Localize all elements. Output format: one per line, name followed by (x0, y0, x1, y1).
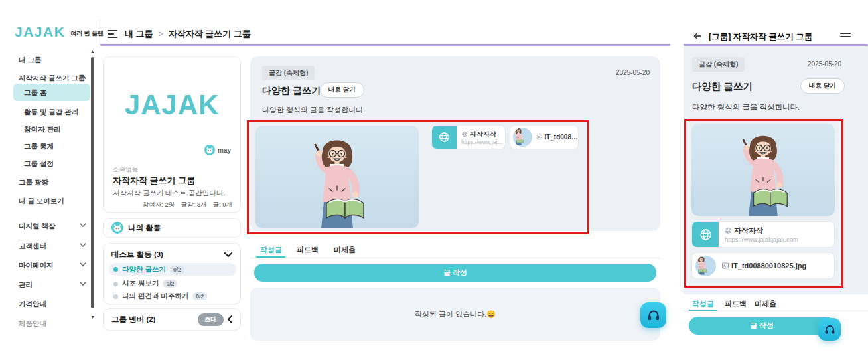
activity-list-card: 테스트 활동 (3) 다양한 글쓰기 0/2 시조 써보기 0/2 나의 편견과… (103, 243, 241, 304)
link-attachment-card[interactable]: 자작자작 https://www.jaj… (431, 125, 506, 149)
sidebar-item-admin[interactable]: 관리 (19, 280, 33, 290)
tab-not-submitted[interactable]: 미제출 (334, 245, 356, 255)
prompt-illustration (255, 126, 419, 228)
tab-feedback[interactable]: 피드백 (297, 245, 319, 255)
image-filename: IT_td00880010825.jpg (731, 262, 806, 270)
globe-tile (692, 221, 719, 248)
mobile-prompt-type-badge: 글감 (숙제형) (692, 57, 745, 72)
collapse-content-button[interactable]: 내용 닫기 (320, 82, 364, 98)
active-dot-icon (113, 267, 118, 272)
chevron-down-icon[interactable] (80, 282, 86, 286)
prompt-title: 다양한 글쓰기 (262, 85, 321, 97)
sidebar-item-group-square[interactable]: 그룹 광장 (19, 178, 48, 187)
globe-icon (438, 131, 451, 143)
sidebar-item-group-home[interactable]: 그룹 홈 (13, 84, 90, 101)
owner-name: may (218, 147, 231, 154)
chevron-left-icon[interactable] (228, 315, 232, 323)
app-root: JAJAK 여러 번 플랜 내 그룹 > 자작자작 글쓰기 그룹 내 그룹 자작… (0, 0, 868, 356)
globe-icon (699, 228, 713, 242)
activity-progress-badge: 0/2 (170, 266, 184, 274)
tab-written-posts[interactable]: 작성글 (260, 245, 282, 255)
breadcrumb-current: 자작자작 글쓰기 그룹 (169, 28, 251, 40)
prompt-date: 2025-05-20 (616, 69, 650, 76)
compose-post-button[interactable]: 글 작성 (254, 264, 656, 282)
illustration-woman-writing-icon (723, 126, 803, 216)
activity-item-active[interactable]: 다양한 글쓰기 0/2 (109, 263, 236, 276)
owner-avatar-icon (204, 145, 215, 155)
mobile-link-attachment-card[interactable]: 자작자작 https://www.jajakjajak.com (691, 221, 835, 248)
headset-icon (646, 308, 661, 323)
mobile-tab-written-posts[interactable]: 작성글 (692, 299, 714, 309)
sidebar-item-product-info[interactable]: 제품안내 (19, 319, 46, 329)
image-thumbnail (695, 256, 716, 276)
mobile-support-chat-button[interactable] (818, 318, 841, 341)
activity-label: 다양한 글쓰기 (122, 265, 166, 274)
sidebar-item-my-groups[interactable]: 내 그룹 (19, 56, 41, 65)
scrollbar-down-arrow[interactable]: ▼ (90, 315, 95, 319)
chevron-down-icon[interactable] (224, 252, 232, 257)
group-info-card: JAJAK may 소속없음 자작자작 글쓰기 그룹 자작자작 글쓰기 테스트 … (103, 56, 241, 213)
chevron-down-icon[interactable] (80, 262, 86, 266)
sidebar-item-activity-mgmt[interactable]: 활동 및 글감 관리 (24, 108, 78, 117)
activity-label: 나의 편견과 마주하기 (122, 292, 188, 301)
empty-state-text: 작성된 글이 없습니다.😄 (415, 310, 496, 319)
sidebar-item-group-stats[interactable]: 그룹 통계 (24, 142, 54, 151)
compose-post-label: 글 작성 (443, 268, 467, 278)
breadcrumb-root[interactable]: 내 그룹 (125, 28, 153, 40)
members-title: 그룹 멤버 (2) (111, 315, 194, 325)
sidebar-item-group-settings[interactable]: 그룹 설정 (24, 159, 54, 169)
mobile-prompt-date: 2025-05-20 (808, 60, 841, 68)
sidebar-item-pricing[interactable]: 가격안내 (19, 300, 46, 309)
header-accent-line (100, 44, 670, 46)
sidebar-toggle-icon[interactable] (108, 28, 117, 40)
prompt-type-badge: 글감 (숙제형) (262, 66, 315, 80)
stat-prompts: 글감: 3개 (181, 201, 206, 209)
sidebar-item-support[interactable]: 고객센터 (19, 242, 46, 251)
link-title: 자작자작 (470, 130, 496, 139)
activity-item[interactable]: 시조 써보기 0/2 (109, 278, 236, 290)
sidebar-item-group[interactable]: 자작자작 글쓰기 그룹 (19, 74, 85, 83)
chevron-down-icon[interactable] (80, 223, 86, 227)
sidebar-item-digital-shelf[interactable]: 디지털 책장 (19, 222, 55, 231)
sidebar-scrollbar[interactable] (91, 57, 94, 308)
prompt-description: 다양한 형식의 글을 작성합니다. (262, 105, 365, 115)
image-filename: IT_td008… (544, 134, 578, 141)
globe-small-icon (725, 227, 732, 234)
invite-button[interactable]: 초대 (198, 313, 224, 326)
activity-item[interactable]: 나의 편견과 마주하기 0/2 (109, 290, 236, 302)
mobile-menu-icon[interactable] (840, 31, 851, 39)
chevron-down-icon[interactable] (80, 243, 86, 247)
support-chat-button[interactable] (640, 302, 666, 328)
mobile-compose-post-button[interactable]: 글 작성 (689, 317, 835, 335)
mobile-header-title: [그룹] 자작자작 글쓰기 그룹 (709, 31, 812, 43)
app-logo[interactable]: JAJAK (15, 24, 65, 40)
scrollbar-up-arrow[interactable]: ▲ (90, 49, 95, 54)
my-activity-card[interactable]: 나의 활동 (103, 218, 241, 238)
mobile-image-attachment-card[interactable]: IT_td00880010825.jpg (691, 252, 835, 279)
image-attachment-card[interactable]: IT_td008… (510, 125, 579, 149)
sidebar-item-mypage[interactable]: 마이페이지 (19, 261, 54, 270)
image-thumbnail (513, 128, 532, 147)
mobile-tab-not-submitted[interactable]: 미제출 (755, 299, 776, 309)
plan-badge: 여러 번 플랜 (70, 29, 104, 38)
stat-participants: 참여자: 2명 (143, 201, 175, 209)
illustration-thumb-icon (513, 128, 532, 147)
sidebar-item-participant-mgmt[interactable]: 참여자 관리 (24, 125, 60, 134)
mobile-prompt-title: 다양한 글쓰기 (692, 80, 753, 93)
illustration-thumb-icon (695, 256, 716, 276)
back-arrow-icon[interactable] (692, 31, 703, 41)
mobile-collapse-content-button[interactable]: 내용 닫기 (800, 78, 845, 94)
sidebar-item-my-posts[interactable]: 내 글 모아보기 (19, 197, 64, 206)
stat-posts: 글: 0개 (212, 201, 232, 209)
group-owner-chip[interactable]: may (204, 145, 231, 155)
tab-row-border (250, 258, 660, 258)
chevron-up-icon[interactable] (80, 75, 86, 79)
group-members-card: 그룹 멤버 (2) 초대 (103, 308, 241, 331)
picture-icon (536, 134, 542, 141)
compose-post-label: 글 작성 (750, 321, 774, 331)
my-avatar-icon (111, 222, 123, 234)
sidebar-item-group-home-label: 그룹 홈 (24, 88, 46, 98)
globe-small-icon (461, 131, 468, 137)
mobile-tab-feedback[interactable]: 피드백 (725, 299, 747, 309)
inactive-dot-icon (113, 282, 118, 286)
